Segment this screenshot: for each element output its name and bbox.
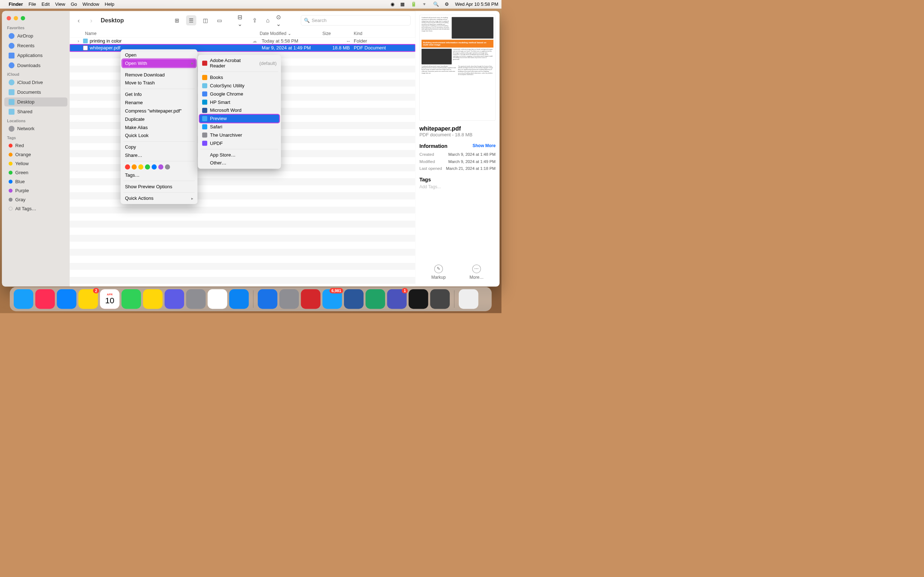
- dock-app[interactable]: [36, 289, 55, 309]
- sidebar-tag-blue[interactable]: Blue: [4, 177, 68, 186]
- close-button[interactable]: [6, 16, 11, 21]
- ctx-item-remove-download[interactable]: Remove Download: [122, 71, 196, 79]
- search-input[interactable]: 🔍 Search: [301, 15, 411, 25]
- share-button[interactable]: ⇪: [250, 16, 260, 25]
- dock-app[interactable]: [258, 289, 277, 309]
- sidebar-item-desktop[interactable]: Desktop: [4, 97, 68, 106]
- sidebar-tag-red[interactable]: Red: [4, 141, 68, 150]
- menu-file[interactable]: File: [29, 2, 36, 7]
- wifi-icon[interactable]: ᯤ: [423, 2, 427, 7]
- sidebar-item-network[interactable]: Network: [4, 124, 68, 134]
- menu-window[interactable]: Window: [82, 2, 99, 7]
- col-kind[interactable]: Kind: [354, 31, 409, 36]
- ctx-item-move-to-trash[interactable]: Move to Trash: [122, 79, 196, 87]
- dock-app[interactable]: [459, 289, 478, 309]
- dock-app[interactable]: 6,981: [322, 289, 342, 309]
- sidebar-item-downloads[interactable]: Downloads: [4, 61, 68, 70]
- dock-app[interactable]: [208, 289, 227, 309]
- view-icon-button[interactable]: ⊞: [172, 15, 182, 25]
- openwith-the-unarchiver[interactable]: The Unarchiver: [199, 131, 279, 139]
- ctx-item-get-info[interactable]: Get Info: [122, 90, 196, 99]
- ctx-item-copy[interactable]: Copy: [122, 143, 196, 152]
- view-gallery-button[interactable]: ▭: [215, 15, 225, 25]
- openwith-microsoft-word[interactable]: Microsoft Word: [199, 106, 279, 115]
- openwith-adobe-acrobat-reader[interactable]: Adobe Acrobat Reader (default): [199, 56, 279, 70]
- openwith-books[interactable]: Books: [199, 74, 279, 82]
- openwith-safari[interactable]: Safari: [199, 122, 279, 131]
- dock-app[interactable]: [344, 289, 363, 309]
- app-menu[interactable]: Finder: [9, 2, 23, 7]
- dock-app[interactable]: [229, 289, 249, 309]
- dock-app[interactable]: 2: [78, 289, 98, 309]
- dock-app[interactable]: [165, 289, 184, 309]
- actions-button[interactable]: ⊙ ⌄: [276, 16, 285, 25]
- dock-app[interactable]: [366, 289, 385, 309]
- table-row[interactable]: › printing in color ☁ Today at 5:58 PM -…: [69, 37, 415, 45]
- dock-app[interactable]: APR10: [100, 289, 120, 309]
- ctx-tag-colors[interactable]: [122, 163, 196, 171]
- dock-app[interactable]: [143, 289, 162, 309]
- openwith-colorsync-utility[interactable]: ColorSync Utility: [199, 82, 279, 90]
- tags-button[interactable]: ⌂: [263, 16, 272, 25]
- sidebar-tag-yellow[interactable]: Yellow: [4, 160, 68, 168]
- ctx-item-duplicate[interactable]: Duplicate: [122, 115, 196, 123]
- sidebar-tag-green[interactable]: Green: [4, 168, 68, 177]
- menu-go[interactable]: Go: [71, 2, 77, 7]
- dock-app[interactable]: [57, 289, 76, 309]
- openwith-app-store-[interactable]: App Store…: [199, 151, 279, 159]
- ctx-item-compress--whitepaper-pdf-[interactable]: Compress "whitepaper.pdf": [122, 107, 196, 115]
- ctx-item-quick-actions[interactable]: Quick Actions▸: [122, 194, 196, 202]
- more-action[interactable]: ⋯More…: [470, 265, 484, 280]
- sidebar-item-icloud-drive[interactable]: iCloud Drive: [4, 78, 68, 87]
- col-name[interactable]: Name: [76, 31, 260, 36]
- sidebar-tag-orange[interactable]: Orange: [4, 150, 68, 159]
- menu-edit[interactable]: Edit: [42, 2, 50, 7]
- dock-menu-icon[interactable]: ▦: [400, 2, 405, 7]
- dock-app[interactable]: [186, 289, 206, 309]
- sidebar-tag-alltags[interactable]: All Tags…: [4, 205, 68, 213]
- sidebar-item-recents[interactable]: Recents: [4, 42, 68, 50]
- sidebar-tag-purple[interactable]: Purple: [4, 187, 68, 195]
- grammarly-icon[interactable]: ◉: [391, 2, 394, 7]
- ctx-item-rename[interactable]: Rename: [122, 99, 196, 107]
- ctx-item-make-alias[interactable]: Make Alias: [122, 123, 196, 132]
- ctx-item-show-preview-options[interactable]: Show Preview Options: [122, 182, 196, 191]
- ctx-item-open[interactable]: Open: [122, 51, 196, 59]
- col-date[interactable]: Date Modified ⌄: [260, 31, 323, 36]
- dock-app[interactable]: [430, 289, 450, 309]
- ctx-item-tags-[interactable]: Tags…: [122, 171, 196, 179]
- openwith-preview[interactable]: Preview: [199, 114, 279, 122]
- battery-icon[interactable]: 🔋: [411, 2, 417, 7]
- openwith-updf[interactable]: UPDF: [199, 139, 279, 148]
- clock[interactable]: Wed Apr 10 5:58 PM: [455, 2, 498, 7]
- add-tags-field[interactable]: Add Tags...: [419, 184, 496, 189]
- openwith-google-chrome[interactable]: Google Chrome: [199, 90, 279, 98]
- sidebar-item-documents[interactable]: Documents: [4, 88, 68, 97]
- dock-app[interactable]: [409, 289, 428, 309]
- view-list-button[interactable]: ☰: [186, 15, 196, 25]
- openwith-other-[interactable]: Other…: [199, 159, 279, 167]
- fullscreen-button[interactable]: [21, 16, 25, 21]
- ctx-item-open-with[interactable]: Open With▸: [122, 59, 196, 68]
- menu-help[interactable]: Help: [105, 2, 115, 7]
- openwith-hp-smart[interactable]: HP Smart: [199, 98, 279, 106]
- dock-app[interactable]: [301, 289, 320, 309]
- col-size[interactable]: Size: [322, 31, 354, 36]
- sidebar-tag-gray[interactable]: Gray: [4, 195, 68, 204]
- dock-app[interactable]: [14, 289, 33, 309]
- forward-button[interactable]: ›: [87, 16, 96, 25]
- view-columns-button[interactable]: ◫: [200, 15, 210, 25]
- sidebar-item-applications[interactable]: Applications: [4, 51, 68, 60]
- dock-app[interactable]: [279, 289, 299, 309]
- dock-app[interactable]: 1: [387, 289, 406, 309]
- sidebar-item-airdrop[interactable]: AirDrop: [4, 31, 68, 40]
- disclosure-icon[interactable]: ›: [78, 38, 81, 44]
- markup-action[interactable]: ✎Markup: [431, 265, 446, 280]
- sidebar-item-shared[interactable]: Shared: [4, 107, 68, 116]
- back-button[interactable]: ‹: [74, 16, 83, 25]
- dock-app[interactable]: [121, 289, 141, 309]
- group-button[interactable]: ⊟ ⌄: [237, 16, 247, 25]
- menu-view[interactable]: View: [55, 2, 65, 7]
- ctx-item-share-[interactable]: Share…: [122, 152, 196, 160]
- control-center-icon[interactable]: ⚙: [445, 2, 449, 7]
